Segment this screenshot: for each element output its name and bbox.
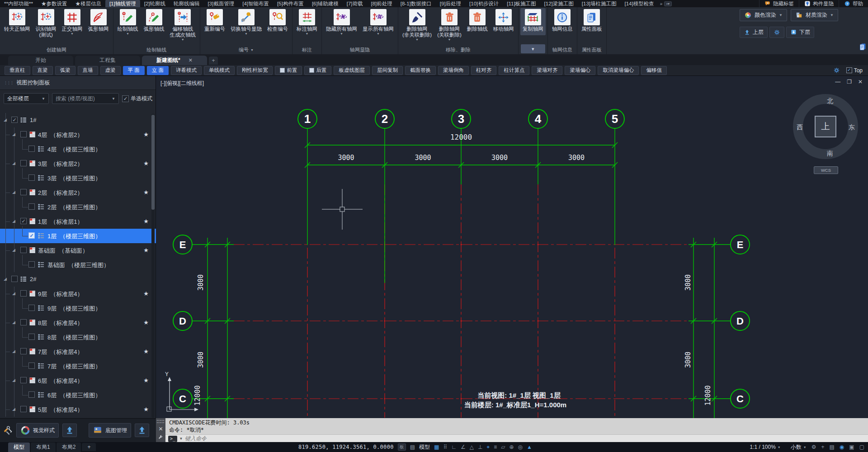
menu-item-★参数设置[interactable]: ★参数设置	[37, 0, 71, 8]
base-map-expand-button[interactable]	[135, 424, 149, 437]
tree-checkbox[interactable]	[20, 160, 27, 166]
floor-filter-dropdown[interactable]: 全部楼层 ▼	[4, 93, 49, 104]
annotation-scale-button[interactable]: 1:1 / 100% ▼	[750, 444, 780, 450]
lineweight-icon[interactable]: ≡	[494, 444, 497, 450]
wcs-badge[interactable]: WCS	[814, 166, 838, 174]
toolbar-button-截面替换[interactable]: 截面替换	[405, 66, 436, 75]
color-render-button[interactable]: 颜色渲染 ▼	[740, 9, 787, 21]
transparency-icon[interactable]: ▱	[501, 444, 505, 450]
toolbar-button-梁墙对齐[interactable]: 梁墙对齐	[532, 66, 562, 75]
wrench-icon[interactable]	[158, 434, 164, 440]
tree-item-5层（标准层4）[interactable]: ◢5层（标准层4）★	[0, 402, 156, 417]
menu-item-[3]截面管理[interactable]: [3]截面管理	[204, 0, 239, 8]
ribbon-group-expand-button[interactable]: ▾	[521, 44, 545, 53]
units-button[interactable]: 小数 ▼	[791, 443, 807, 451]
ribbon-button-转天正轴网[interactable]: 转天正轴网	[2, 8, 33, 35]
command-line-grip[interactable]: •••••••••• ✕	[156, 418, 165, 442]
menu-overflow-icon[interactable]: »	[658, 1, 665, 6]
lower-layer-button[interactable]: 下层	[786, 27, 814, 38]
favorite-star-icon[interactable]: ★	[143, 189, 149, 196]
compass-west-label[interactable]: 西	[797, 123, 803, 132]
ribbon-group-label[interactable]: 编号▼	[202, 45, 290, 54]
chevron-down-icon[interactable]: ▼	[180, 437, 182, 441]
favorite-star-icon[interactable]: ★	[143, 377, 149, 384]
tree-checkbox[interactable]	[28, 174, 35, 181]
menu-item-[6]辅助建模[interactable]: [6]辅助建模	[308, 0, 343, 8]
grid-display-icon[interactable]: ▦	[434, 444, 439, 450]
toolbar-button-刚性杆加宽[interactable]: 刚性杆加宽	[237, 66, 273, 75]
tree-expander-icon[interactable]: ◢	[12, 219, 15, 223]
command-line[interactable]: CMDAXISCODE花费时间: 3.03s 命令: *取消* >_ ▼ 键入命…	[165, 418, 868, 442]
toolbar-button-偏移值[interactable]: 偏移值	[641, 66, 667, 75]
tree-checkbox[interactable]	[20, 319, 27, 325]
ribbon-button-正交轴网[interactable]: 正交轴网▼	[60, 8, 85, 35]
menu-item-[7]荷载[interactable]: [7]荷载	[343, 0, 367, 8]
menu-collapse-icon[interactable]: ▪▾	[664, 1, 672, 6]
favorite-star-icon[interactable]: ★	[143, 319, 149, 326]
layout-tab-布局1[interactable]: 布局1	[31, 443, 56, 452]
tree-checkbox[interactable]	[28, 146, 35, 152]
tree-checkbox[interactable]	[20, 377, 27, 383]
tree-checkbox[interactable]	[28, 334, 35, 340]
ribbon-button-轴网信息[interactable]: 轴网信息	[550, 8, 575, 35]
top-view-checkbox[interactable]: ✓Top	[846, 67, 863, 74]
object-snap-tracking-icon[interactable]: ⊥	[478, 444, 482, 450]
menu-item-[12]梁施工图[interactable]: [12]梁施工图	[540, 0, 578, 8]
tree-expander-icon[interactable]: ◢	[4, 118, 7, 122]
toolbar-button-弧梁[interactable]: 弧梁	[55, 66, 75, 75]
close-icon[interactable]: ✕	[158, 426, 163, 432]
tree-item-3层（楼层三维图）[interactable]: 3层（楼层三维图）	[0, 171, 156, 185]
settings-gear-icon[interactable]: ⚙	[811, 444, 816, 450]
tree-item-4层（楼层三维图）[interactable]: 4层（楼层三维图）	[0, 142, 156, 156]
tree-checkbox[interactable]	[28, 363, 35, 369]
compass-north-label[interactable]: 北	[827, 97, 833, 105]
tree-checkbox[interactable]	[20, 189, 27, 195]
object-snap-icon[interactable]: ⌖	[486, 444, 490, 450]
toolbar-button-柱计算点[interactable]: 柱计算点	[499, 66, 529, 75]
toolbar-button-平面[interactable]: 平 面	[123, 66, 145, 75]
tree-expander-icon[interactable]: ◢	[12, 320, 15, 325]
menu-item-★楼层信息[interactable]: ★楼层信息	[71, 0, 105, 8]
drawing-sheet-icon[interactable]: ▤	[410, 444, 415, 450]
document-tab-新建图纸*[interactable]: 新建图纸*✕	[142, 56, 207, 65]
toolbar-button-层间复制[interactable]: 层间复制	[372, 66, 403, 75]
ribbon-button-标注轴网[interactable]: 标注轴网▼	[294, 8, 320, 35]
search-input[interactable]: 搜索 (楼层/视图) ▼	[52, 93, 119, 104]
scrollbar-thumb[interactable]	[151, 115, 155, 210]
drag-grip-icon[interactable]: ⋮⋮⋮	[4, 80, 13, 85]
menubar-button-帮助[interactable]: ?帮助	[839, 0, 868, 7]
toolbar-button-梁墙倒角[interactable]: 梁墙倒角	[438, 66, 469, 75]
favorite-star-icon[interactable]: ★	[143, 406, 149, 413]
toolbar-button-单线模式[interactable]: 单线模式	[204, 66, 235, 75]
tree-item-8层（楼层三维图）[interactable]: 8层（楼层三维图）	[0, 330, 156, 344]
material-render-button[interactable]: 材质渲染 ▼	[791, 9, 838, 21]
polar-tracking-icon[interactable]: ∠	[461, 444, 466, 450]
tree-checkbox[interactable]	[28, 261, 35, 268]
favorite-star-icon[interactable]: ★	[143, 218, 149, 225]
isolate-objects-icon[interactable]: ◉	[840, 444, 844, 450]
layer-settings-button[interactable]	[769, 27, 784, 38]
clean-screen-icon[interactable]: ▢	[859, 444, 864, 450]
ribbon-button-删除轴网[interactable]: 删除轴网(关联删除)▼	[435, 8, 464, 41]
tree-checkbox[interactable]	[28, 203, 35, 210]
tree-checkbox[interactable]	[20, 247, 27, 253]
favorite-star-icon[interactable]: ★	[143, 131, 149, 138]
tools-icon[interactable]	[3, 425, 13, 435]
compass-east-label[interactable]: 东	[849, 123, 855, 132]
minimize-icon[interactable]: —	[835, 79, 840, 85]
slab-layer-badge[interactable]: 板	[398, 443, 406, 451]
toolbar-button-立面[interactable]: 立 面	[147, 66, 169, 75]
layer-list-icon[interactable]: ▤	[829, 444, 834, 450]
menu-item-[4]智能布置[interactable]: [4]智能布置	[238, 0, 273, 8]
crosshair-size-icon[interactable]: +	[821, 444, 824, 450]
toolbar-button-柱对齐[interactable]: 柱对齐	[471, 66, 497, 75]
ribbon-button-切换轴号显隐[interactable]: 切换轴号显隐▼	[228, 8, 264, 35]
viewport-label[interactable]: [-][俯视][二维线框]	[160, 80, 204, 87]
ribbon-button-复制轴网[interactable]: 复制轴网	[520, 8, 546, 35]
tree-expander-icon[interactable]: ◢	[12, 190, 15, 194]
tree-expander-icon[interactable]: ◢	[4, 277, 7, 281]
tree-item-1层（楼层三维图）[interactable]: ✓1层（楼层三维图）	[0, 229, 156, 243]
toolbar-button-直梁[interactable]: 直梁	[33, 66, 53, 75]
favorite-star-icon[interactable]: ★	[143, 348, 149, 355]
ribbon-button-移动轴网[interactable]: 移动轴网	[491, 8, 516, 35]
